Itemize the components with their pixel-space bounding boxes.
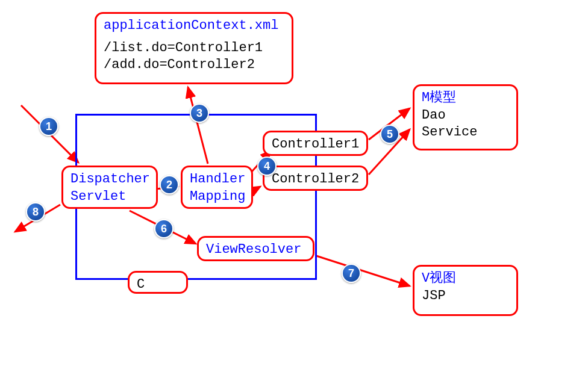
view-line1: JSP bbox=[422, 288, 509, 305]
step-1: 1 bbox=[39, 117, 58, 136]
app-context-box: applicationContext.xml /list.do=Controll… bbox=[95, 12, 293, 84]
step-6: 6 bbox=[154, 219, 174, 238]
controller2-box: Controller2 bbox=[263, 166, 368, 191]
model-line2: Service bbox=[422, 124, 509, 141]
view-resolver-box: ViewResolver bbox=[197, 236, 314, 261]
dispatcher-servlet-box: Dispatcher Servlet bbox=[61, 166, 158, 209]
step-2: 2 bbox=[160, 175, 179, 194]
app-context-line1: /list.do=Controller1 bbox=[104, 40, 284, 57]
controller2-label: Controller2 bbox=[272, 172, 359, 187]
handler-line1: Handler bbox=[190, 171, 244, 188]
step-3: 3 bbox=[190, 104, 209, 123]
view-box: V视图 JSP bbox=[413, 265, 518, 316]
c-label: C bbox=[137, 277, 145, 292]
model-title: M模型 bbox=[422, 90, 509, 107]
step-4: 4 bbox=[257, 157, 277, 176]
c-box: C bbox=[128, 271, 188, 294]
model-line1: Dao bbox=[422, 107, 509, 125]
view-title: V视图 bbox=[422, 270, 509, 288]
dispatcher-line1: Dispatcher bbox=[70, 171, 149, 188]
model-box: M模型 Dao Service bbox=[413, 84, 518, 150]
step-5: 5 bbox=[380, 125, 399, 144]
svg-line-9 bbox=[316, 256, 410, 286]
controller1-label: Controller1 bbox=[272, 137, 359, 152]
step-7: 7 bbox=[342, 264, 361, 283]
controller1-box: Controller1 bbox=[263, 131, 368, 156]
view-resolver-label: ViewResolver bbox=[206, 242, 301, 257]
app-context-title: applicationContext.xml bbox=[104, 17, 284, 35]
dispatcher-line2: Servlet bbox=[70, 188, 149, 206]
handler-mapping-box: Handler Mapping bbox=[181, 166, 253, 209]
handler-line2: Mapping bbox=[190, 188, 244, 206]
app-context-line2: /add.do=Controller2 bbox=[104, 57, 284, 74]
step-8: 8 bbox=[26, 202, 45, 222]
